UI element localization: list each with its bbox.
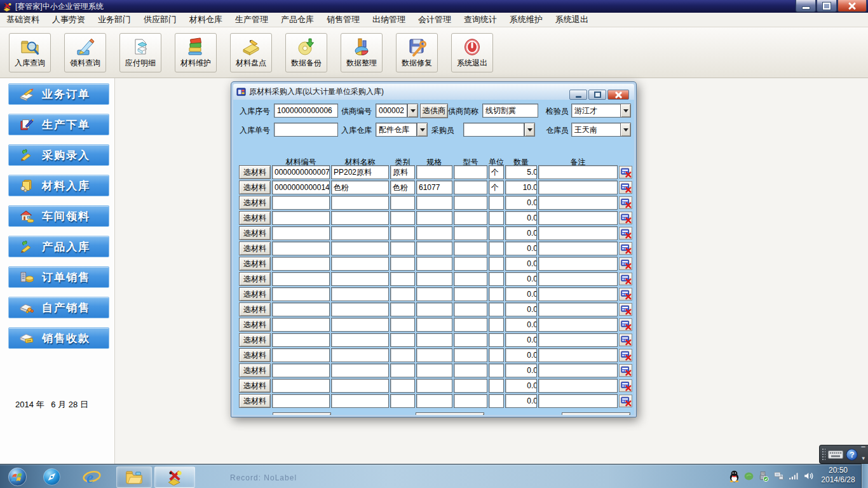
grid-cell-unit[interactable] xyxy=(489,211,504,225)
grid-cell-note[interactable] xyxy=(538,287,618,301)
grid-cell-spec[interactable] xyxy=(416,196,452,210)
delete-row-button[interactable] xyxy=(619,349,632,362)
grid-cell-category[interactable]: 色粉 xyxy=(390,180,415,194)
minimize-button[interactable] xyxy=(796,0,816,12)
menu-item[interactable]: 业务部门 xyxy=(92,13,137,27)
grid-cell-code[interactable] xyxy=(272,302,330,316)
sidebar-button[interactable]: 采购录入 xyxy=(8,144,109,166)
grid-cell-note[interactable] xyxy=(538,318,618,332)
grid-cell-qty[interactable]: 0.0 xyxy=(505,241,537,255)
select-material-button[interactable]: 选材料 xyxy=(239,394,271,408)
usb-tray-icon[interactable] xyxy=(758,471,769,482)
sidebar-button[interactable]: 生产下单 xyxy=(8,114,109,135)
toolbar-button[interactable]: 领料查询 xyxy=(64,33,106,72)
menu-item[interactable]: 会计管理 xyxy=(412,13,458,27)
ie-taskbar-icon[interactable]: e xyxy=(79,466,104,487)
grid-cell-qty[interactable]: 0.0 xyxy=(505,363,537,377)
grid-cell-category[interactable] xyxy=(390,272,415,286)
select-material-button[interactable]: 选材料 xyxy=(239,333,271,347)
grid-cell-model[interactable] xyxy=(454,257,487,271)
select-material-button[interactable]: 选材料 xyxy=(239,241,271,255)
show-desktop-button[interactable] xyxy=(861,464,868,488)
grid-cell-qty[interactable]: 0.0 xyxy=(505,287,537,301)
grid-cell-note[interactable] xyxy=(538,302,618,316)
grid-cell-note[interactable] xyxy=(538,333,618,347)
grid-cell-category[interactable] xyxy=(390,318,415,332)
grid-cell-code[interactable] xyxy=(272,287,330,301)
delete-row-button[interactable] xyxy=(619,318,632,331)
select-material-button[interactable]: 选材料 xyxy=(239,196,271,210)
grid-cell-name[interactable]: PP202原料 xyxy=(331,165,389,179)
grid-cell-model[interactable] xyxy=(454,196,487,210)
delete-row-button[interactable] xyxy=(619,288,632,301)
grid-cell-unit[interactable] xyxy=(489,196,504,210)
toolbar-button[interactable]: 材料维护 xyxy=(175,33,217,72)
grid-cell-category[interactable]: 原料 xyxy=(390,165,415,179)
grid-cell-code[interactable] xyxy=(272,363,330,377)
grid-cell-category[interactable] xyxy=(390,211,415,225)
select-material-button[interactable]: 选材料 xyxy=(239,180,271,194)
app-taskbar-button[interactable] xyxy=(154,466,195,488)
grid-cell-note[interactable] xyxy=(538,379,618,393)
close-button[interactable] xyxy=(837,0,867,12)
grid-cell-code[interactable] xyxy=(272,348,330,362)
grid-cell-spec[interactable] xyxy=(416,363,452,377)
grid-cell-category[interactable] xyxy=(390,226,415,240)
delete-row-button[interactable] xyxy=(619,166,632,179)
grid-cell-note[interactable] xyxy=(538,241,618,255)
grid-cell-spec[interactable] xyxy=(416,287,452,301)
grid-cell-spec[interactable] xyxy=(416,241,452,255)
grid-cell-qty[interactable]: 5.0 xyxy=(505,165,537,179)
grid-cell-category[interactable] xyxy=(390,379,415,393)
grid-cell-model[interactable] xyxy=(454,379,487,393)
speaker-tray-icon[interactable] xyxy=(804,471,815,480)
grid-cell-unit[interactable] xyxy=(489,272,504,286)
grid-cell-qty[interactable]: 10.0 xyxy=(505,180,537,194)
select-material-button[interactable]: 选材料 xyxy=(239,302,271,316)
menu-item[interactable]: 出纳管理 xyxy=(366,13,412,27)
grid-cell-code[interactable] xyxy=(272,379,330,393)
grid-cell-unit[interactable]: 个 xyxy=(489,180,504,194)
grid-cell-model[interactable] xyxy=(454,318,487,332)
select-material-button[interactable]: 选材料 xyxy=(239,318,271,332)
dialog-close-button[interactable] xyxy=(607,90,629,100)
select-material-button[interactable]: 选材料 xyxy=(239,257,271,271)
grid-cell-qty[interactable]: 0.0 xyxy=(505,394,537,408)
sidebar-button[interactable]: 自产销售 xyxy=(8,297,109,318)
grid-cell-spec[interactable] xyxy=(416,348,452,362)
grid-cell-unit[interactable]: 个 xyxy=(489,165,504,179)
grid-cell-spec[interactable] xyxy=(416,394,452,408)
antivirus-tray-icon[interactable] xyxy=(744,472,754,480)
grid-cell-model[interactable] xyxy=(454,394,487,408)
dialog-minimize-button[interactable] xyxy=(569,90,587,100)
delete-row-button[interactable] xyxy=(619,227,632,240)
select-material-button[interactable]: 选材料 xyxy=(239,348,271,362)
menu-item[interactable]: 人事劳资 xyxy=(46,13,92,27)
grid-cell-category[interactable] xyxy=(390,394,415,408)
grid-cell-unit[interactable] xyxy=(489,226,504,240)
menu-item[interactable]: 查询统计 xyxy=(458,13,503,27)
grid-cell-qty[interactable]: 0.0 xyxy=(505,318,537,332)
menu-item[interactable]: 系统退出 xyxy=(549,13,595,27)
grid-cell-name[interactable] xyxy=(331,363,389,377)
toolbar-button[interactable]: 系统退出 xyxy=(451,33,493,72)
grid-cell-code[interactable] xyxy=(272,257,330,271)
grid-cell-name[interactable] xyxy=(331,211,389,225)
grid-cell-note[interactable] xyxy=(538,348,618,362)
grid-cell-category[interactable] xyxy=(390,196,415,210)
grid-cell-category[interactable] xyxy=(390,363,415,377)
signal-tray-icon[interactable] xyxy=(789,471,799,480)
ime-drag-handle[interactable] xyxy=(822,448,825,461)
grid-cell-code[interactable]: 0000000000014 xyxy=(272,180,330,194)
sidebar-button[interactable]: 车间领料 xyxy=(8,205,109,227)
delete-row-button[interactable] xyxy=(619,334,632,346)
delete-row-button[interactable] xyxy=(619,181,632,194)
grid-cell-model[interactable] xyxy=(454,211,487,225)
grid-cell-code[interactable] xyxy=(272,226,330,240)
ok-button[interactable]: 确定 xyxy=(273,412,331,415)
grid-cell-model[interactable] xyxy=(454,363,487,377)
delete-row-button[interactable] xyxy=(619,242,632,255)
inbound-serial-field[interactable]: 1000000000006 xyxy=(274,104,338,118)
grid-cell-name[interactable] xyxy=(331,196,389,210)
ime-language-bar[interactable]: ? ▔▼ xyxy=(819,445,868,464)
